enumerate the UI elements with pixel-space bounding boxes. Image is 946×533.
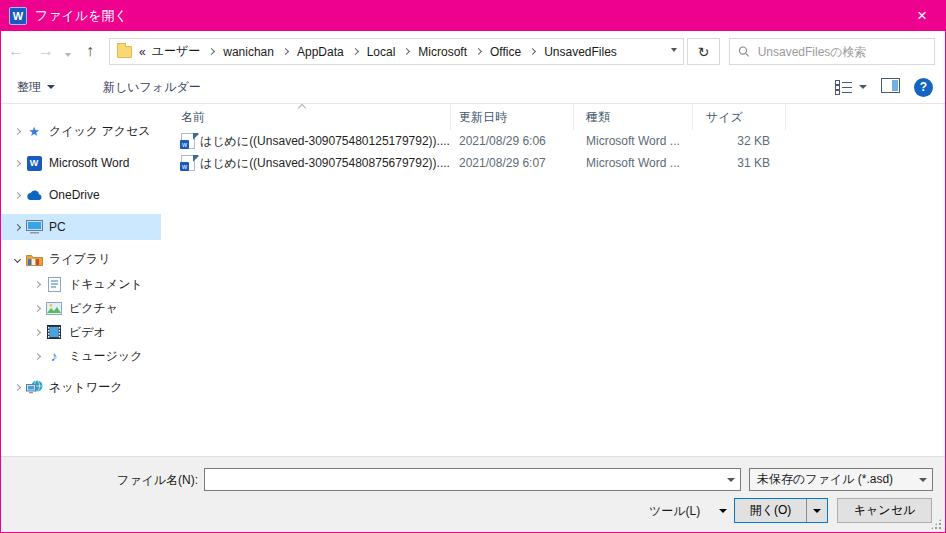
- chevron-right-icon[interactable]: [33, 280, 40, 287]
- change-view-button[interactable]: [835, 80, 867, 95]
- file-name: はじめに((Unsaved-309075480875679792))....: [200, 155, 450, 172]
- file-type: Microsoft Word ...: [574, 134, 693, 148]
- address-bar: ← → ↑ « ユーザー wanichan AppData Local Micr…: [1, 31, 945, 71]
- filename-label: ファイル名(N):: [41, 472, 198, 489]
- list-view-icon: [835, 80, 853, 95]
- document-icon: [48, 277, 61, 292]
- file-date: 2021/08/29 6:07: [451, 156, 574, 170]
- breadcrumb-item-wanichan[interactable]: wanichan: [221, 45, 276, 59]
- sidebar-item-label: ネットワーク: [49, 379, 122, 396]
- breadcrumb-item-office[interactable]: Office: [488, 45, 523, 59]
- chevron-right-icon[interactable]: [475, 48, 482, 55]
- help-icon[interactable]: ?: [914, 78, 933, 97]
- dialog-footer: ファイル名(N): 未保存のファイル (*.asd) ツール(L) 開く(O) …: [1, 456, 945, 532]
- video-icon: [47, 325, 61, 339]
- chevron-right-icon[interactable]: [33, 304, 40, 311]
- open-button[interactable]: 開く(O): [734, 498, 828, 523]
- dialog-content: ★ クイック アクセス W Microsoft Word OneDrive: [1, 104, 945, 456]
- filetype-select[interactable]: 未保存のファイル (*.asd): [749, 468, 933, 491]
- computer-icon: [26, 220, 43, 234]
- word-recovered-file-icon: w: [181, 155, 195, 171]
- recent-locations-icon[interactable]: [61, 41, 75, 61]
- library-icon: [26, 253, 43, 266]
- forward-icon[interactable]: →: [31, 42, 61, 60]
- network-icon: [26, 380, 43, 394]
- open-dropdown-icon[interactable]: [806, 499, 827, 522]
- chevron-down-icon: [47, 85, 55, 89]
- breadcrumb-item-microsoft[interactable]: Microsoft: [416, 45, 469, 59]
- filename-input[interactable]: [207, 470, 717, 489]
- sidebar-item-libraries[interactable]: ライブラリ: [1, 246, 161, 272]
- list-header: 名前 更新日時 種類 サイズ: [161, 104, 945, 130]
- chevron-right-icon[interactable]: [208, 48, 215, 55]
- address-dropdown-icon[interactable]: [671, 48, 677, 52]
- file-list: 名前 更新日時 種類 サイズ w はじめに((Unsaved-309075480…: [161, 104, 945, 456]
- sidebar-item-network[interactable]: ネットワーク: [1, 374, 161, 400]
- chevron-right-icon[interactable]: [13, 159, 20, 166]
- sidebar-item-label: OneDrive: [49, 188, 100, 202]
- sidebar-item-onedrive[interactable]: OneDrive: [1, 182, 161, 208]
- column-header-date[interactable]: 更新日時: [451, 104, 574, 130]
- open-file-dialog: W ファイルを開く × ← → ↑ « ユーザー wanichan AppDat…: [0, 0, 946, 533]
- file-type: Microsoft Word ...: [574, 156, 693, 170]
- file-date: 2021/08/29 6:06: [451, 134, 574, 148]
- file-row[interactable]: w はじめに((Unsaved-309075480125179792))....…: [161, 130, 945, 152]
- tools-button[interactable]: ツール(L): [649, 499, 727, 523]
- breadcrumb-overflow[interactable]: «: [139, 45, 146, 59]
- preview-pane-button[interactable]: [881, 78, 900, 96]
- organize-label: 整理: [17, 79, 41, 96]
- open-label[interactable]: 開く(O): [735, 499, 806, 522]
- chevron-right-icon[interactable]: [13, 191, 20, 198]
- resize-grip[interactable]: [931, 519, 941, 529]
- search-box: [729, 38, 935, 65]
- file-name: はじめに((Unsaved-309075480125179792))....: [200, 133, 450, 150]
- sidebar-item-quick-access[interactable]: ★ クイック アクセス: [1, 118, 161, 144]
- sidebar-item-music[interactable]: ♪ ミュージック: [1, 344, 161, 368]
- back-icon[interactable]: ←: [1, 42, 31, 60]
- search-icon: [738, 45, 750, 58]
- sidebar-item-videos[interactable]: ビデオ: [1, 320, 161, 344]
- chevron-down-icon: [859, 85, 867, 89]
- sidebar-item-pictures[interactable]: ピクチャ: [1, 296, 161, 320]
- sidebar-item-documents[interactable]: ドキュメント: [1, 272, 161, 296]
- chevron-right-icon[interactable]: [13, 223, 20, 230]
- chevron-right-icon[interactable]: [33, 352, 40, 359]
- chevron-right-icon[interactable]: [282, 48, 289, 55]
- cancel-button[interactable]: キャンセル: [837, 498, 932, 523]
- chevron-right-icon[interactable]: [33, 328, 40, 335]
- chevron-right-icon[interactable]: [529, 48, 536, 55]
- titlebar[interactable]: W ファイルを開く ×: [1, 1, 945, 31]
- word-icon: W: [27, 156, 42, 171]
- preview-pane-icon: [881, 78, 900, 93]
- sidebar-item-pc[interactable]: PC: [1, 214, 161, 240]
- organize-button[interactable]: 整理: [7, 73, 65, 102]
- new-folder-button[interactable]: 新しいフォルダー: [93, 73, 211, 102]
- close-icon[interactable]: ×: [899, 1, 945, 31]
- folder-icon: [117, 46, 132, 58]
- chevron-right-icon[interactable]: [352, 48, 359, 55]
- breadcrumb-item-unsavedfiles[interactable]: UnsavedFiles: [542, 45, 619, 59]
- chevron-right-icon[interactable]: [403, 48, 410, 55]
- breadcrumb-item-users[interactable]: ユーザー: [150, 43, 203, 60]
- chevron-right-icon[interactable]: [13, 383, 20, 390]
- sidebar-item-label: ピクチャ: [69, 300, 118, 317]
- up-icon[interactable]: ↑: [75, 42, 105, 60]
- window-title: ファイルを開く: [35, 7, 128, 25]
- file-size: 32 KB: [693, 134, 786, 148]
- breadcrumb-item-appdata[interactable]: AppData: [295, 45, 346, 59]
- tools-label: ツール(L): [649, 503, 700, 520]
- breadcrumb[interactable]: « ユーザー wanichan AppData Local Microsoft …: [109, 38, 684, 65]
- chevron-right-icon[interactable]: [13, 127, 20, 134]
- picture-icon: [46, 302, 62, 315]
- sidebar-item-label: PC: [49, 220, 66, 234]
- column-header-size[interactable]: サイズ: [693, 104, 786, 130]
- sidebar-item-microsoft-word[interactable]: W Microsoft Word: [1, 150, 161, 176]
- column-header-type[interactable]: 種類: [574, 104, 693, 130]
- chevron-down-icon[interactable]: [13, 255, 20, 262]
- breadcrumb-item-local[interactable]: Local: [365, 45, 398, 59]
- search-input[interactable]: [758, 45, 926, 59]
- filename-dropdown-icon[interactable]: [722, 469, 740, 490]
- sidebar-item-label: ライブラリ: [49, 251, 110, 268]
- file-row[interactable]: w はじめに((Unsaved-309075480875679792))....…: [161, 152, 945, 174]
- refresh-icon[interactable]: ↻: [687, 38, 720, 65]
